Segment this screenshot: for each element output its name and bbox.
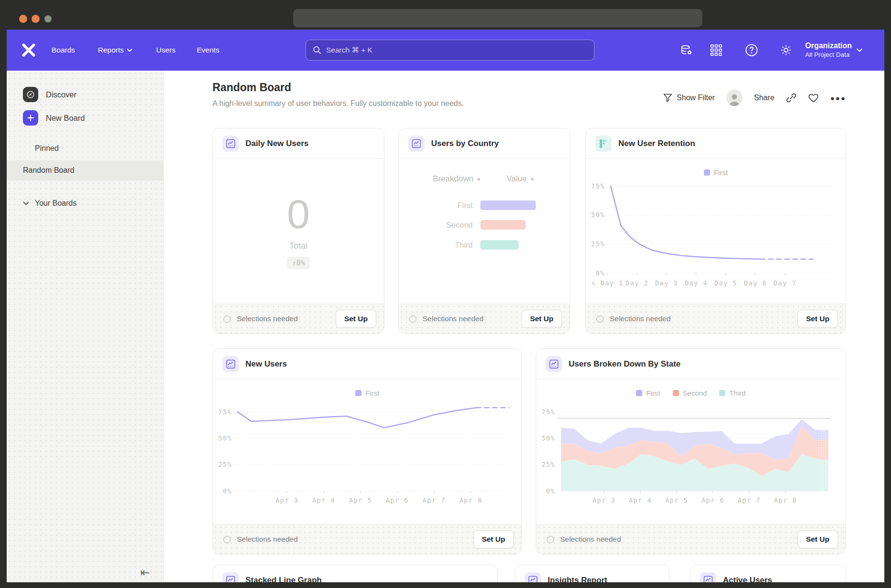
sidebar: Discover New Board Pinned Random Board: [7, 71, 164, 582]
status-text: Selections needed: [560, 535, 797, 544]
set-up-button[interactable]: Set Up: [797, 530, 838, 548]
svg-text:25%: 25%: [218, 461, 232, 468]
traffic-light-icon[interactable]: [19, 15, 27, 23]
filter-icon: [663, 94, 672, 102]
card-title: Daily New Users: [245, 139, 308, 148]
favorite-heart-icon[interactable]: [808, 93, 819, 103]
url-bar[interactable]: [293, 9, 702, 27]
sidebar-section-your-boards[interactable]: Your Boards: [7, 196, 163, 211]
status-text: Selections needed: [237, 315, 336, 323]
mixpanel-logo-icon[interactable]: [21, 42, 36, 58]
card-stacked-line-graph: Stacked Line Graph: [212, 565, 498, 582]
svg-text:Apr 4: Apr 4: [629, 496, 652, 504]
svg-text:Apr 5: Apr 5: [349, 496, 372, 504]
svg-text:25%: 25%: [541, 461, 555, 468]
value-dropdown[interactable]: Value ▾: [507, 174, 534, 184]
sidebar-item-label: New Board: [46, 114, 85, 123]
settings-gear-icon[interactable]: [778, 42, 794, 58]
value-bar: [480, 220, 526, 230]
svg-text:Apr 7: Apr 7: [423, 496, 446, 504]
traffic-light-icon[interactable]: [32, 15, 40, 23]
row-label: First: [399, 201, 473, 210]
dropdown-label: Breakdown: [433, 174, 473, 184]
svg-text:Apr 6: Apr 6: [386, 496, 409, 504]
card-active-users: Active Users: [690, 565, 846, 582]
org-switcher[interactable]: Organization All Project Data: [805, 30, 862, 71]
svg-text:0%: 0%: [546, 487, 555, 495]
metric-value: 0: [287, 193, 310, 234]
sidebar-section-pinned[interactable]: Pinned: [7, 141, 163, 156]
sidebar-item-new-board[interactable]: New Board: [7, 108, 163, 127]
svg-text:Apr 3: Apr 3: [276, 496, 298, 504]
card-title: Active Users: [723, 576, 772, 582]
set-up-button[interactable]: Set Up: [336, 310, 376, 328]
apps-grid-icon[interactable]: [709, 42, 724, 58]
app-body: Discover New Board Pinned Random Board: [7, 71, 884, 582]
board-actions: Show Filter Share: [663, 90, 846, 106]
sidebar-item-discover[interactable]: Discover: [7, 85, 163, 104]
insights-chart-icon: [408, 136, 424, 152]
avatar[interactable]: [726, 90, 742, 106]
svg-text:75%: 75%: [218, 408, 232, 416]
card-users-by-country: Users by Country Breakdown ▾ Value ▾: [398, 128, 570, 334]
svg-text:50%: 50%: [591, 211, 605, 219]
svg-text:Apr 8: Apr 8: [774, 496, 797, 504]
nav-item-users[interactable]: Users: [156, 30, 175, 71]
status-circle-icon: [223, 315, 231, 323]
insights-chart-icon: [223, 356, 239, 372]
share-button[interactable]: Share: [754, 94, 774, 102]
sidebar-item-random-board[interactable]: Random Board: [7, 160, 163, 180]
help-icon[interactable]: [744, 42, 759, 58]
status-text: Selections needed: [610, 315, 797, 323]
browser-window: Boards Reports Users Events Search ⌘ + K: [0, 0, 891, 588]
country-row: Second: [399, 220, 570, 230]
card-new-user-retention: New User Retention First 75%50%25%0%< Da…: [585, 128, 846, 334]
card-daily-new-users: Daily New Users 0 Total ↑0% Selections n…: [212, 128, 384, 334]
card-title: Users by Country: [431, 139, 499, 148]
search-icon: [313, 46, 321, 54]
svg-text:Day 7: Day 7: [774, 279, 796, 287]
data-management-icon[interactable]: [679, 42, 694, 58]
set-up-button[interactable]: Set Up: [797, 310, 838, 328]
value-bar: [480, 240, 519, 250]
set-up-button[interactable]: Set Up: [473, 530, 514, 548]
show-filter-label: Show Filter: [677, 94, 715, 102]
chevron-down-icon: ▾: [477, 176, 480, 183]
chevron-down-icon: [23, 147, 29, 150]
metric-body: 0 Total ↑0%: [213, 159, 384, 304]
breakdown-dropdown[interactable]: Breakdown ▾: [399, 174, 480, 184]
card-title: New User Retention: [618, 139, 695, 148]
svg-text:Apr 4: Apr 4: [312, 496, 335, 504]
compass-icon: [23, 87, 38, 102]
status-circle-icon: [596, 315, 604, 323]
card-insights-report: Insights Report: [515, 565, 669, 582]
card-footer: Selections needed Set Up: [399, 304, 570, 334]
svg-text:Apr 7: Apr 7: [738, 496, 761, 504]
nav-item-reports[interactable]: Reports: [98, 30, 132, 71]
traffic-light-icon[interactable]: [44, 15, 52, 22]
status-text: Selections needed: [423, 315, 521, 323]
nav-item-events[interactable]: Events: [197, 30, 219, 71]
set-up-button[interactable]: Set Up: [521, 310, 562, 328]
svg-text:< Day 1: < Day 1: [591, 279, 623, 287]
more-options-icon[interactable]: ●●●: [830, 94, 846, 102]
chevron-down-icon: [127, 49, 132, 52]
dropdown-label: Value: [507, 174, 527, 184]
copy-link-icon[interactable]: [786, 93, 796, 103]
page-title: Random Board: [212, 81, 291, 94]
section-label: Pinned: [35, 144, 59, 153]
insights-chart-icon: [546, 356, 562, 372]
svg-text:25%: 25%: [591, 240, 605, 248]
svg-text:50%: 50%: [541, 434, 555, 442]
show-filter-button[interactable]: Show Filter: [663, 94, 715, 102]
country-row: First: [399, 200, 570, 210]
search-input[interactable]: Search ⌘ + K: [306, 40, 594, 61]
svg-text:Day 6: Day 6: [744, 279, 767, 287]
status-text: Selections needed: [237, 535, 473, 544]
chevron-down-icon: [23, 201, 29, 205]
svg-text:Apr 8: Apr 8: [459, 496, 482, 504]
insights-chart-icon: [525, 572, 541, 582]
collapse-sidebar-icon[interactable]: ⇤: [140, 567, 150, 578]
nav-item-boards[interactable]: Boards: [52, 30, 75, 71]
card-footer: Selections needed Set Up: [213, 304, 384, 334]
